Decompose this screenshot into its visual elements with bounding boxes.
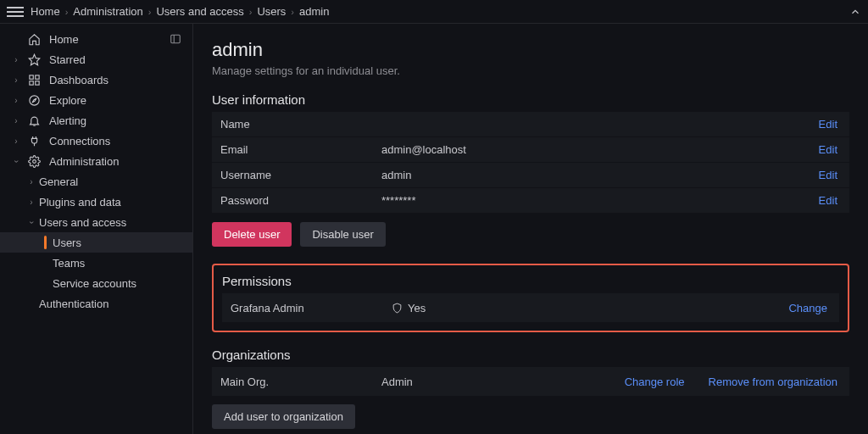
dock-icon[interactable] <box>167 31 184 47</box>
edit-name-link[interactable]: Edit <box>819 118 837 131</box>
compass-icon <box>25 92 42 108</box>
sidebar-item-teams[interactable]: Teams <box>0 253 192 273</box>
main-content: admin Manage settings for an individual … <box>193 24 868 434</box>
chevron-right-icon: › <box>8 75 24 85</box>
menu-toggle-icon[interactable] <box>7 3 24 20</box>
sidebar-item-administration[interactable]: › Administration <box>0 151 192 171</box>
organization-row: Main Org. Admin Change role Remove from … <box>212 367 849 396</box>
chevron-right-icon: › <box>8 136 24 146</box>
chevron-right-icon: › <box>8 55 24 64</box>
org-name: Main Org. <box>220 376 381 388</box>
gear-icon <box>25 153 42 170</box>
sidebar-item-label: Plugins and data <box>39 196 121 209</box>
sidebar-item-label: General <box>39 175 78 188</box>
field-label: Password <box>220 194 381 207</box>
change-role-link[interactable]: Change role <box>625 376 685 388</box>
add-user-to-org-button[interactable]: Add user to organization <box>212 404 355 429</box>
field-value: admin <box>381 169 819 181</box>
page-subtitle: Manage settings for an individual user. <box>212 64 849 77</box>
svg-marker-2 <box>29 54 40 65</box>
chevron-right-icon: › <box>24 177 39 186</box>
org-role: Admin <box>381 376 625 388</box>
user-info-row-username: Username admin Edit <box>212 163 849 188</box>
svg-point-7 <box>29 95 38 104</box>
sidebar-item-alerting[interactable]: › Alerting <box>0 110 192 131</box>
breadcrumb-current: admin <box>299 5 329 18</box>
sidebar-item-label: Administration <box>49 155 119 168</box>
chevron-right-icon: › <box>8 96 24 105</box>
sidebar: Home › Starred › Dashboards › Explore <box>0 24 193 434</box>
edit-email-link[interactable]: Edit <box>819 143 837 156</box>
breadcrumb: Home › Administration › Users and access… <box>31 5 849 18</box>
field-value: admin@localhost <box>381 143 819 156</box>
chevron-down-icon: › <box>27 214 36 230</box>
user-info-heading: User information <box>212 92 849 107</box>
disable-user-button[interactable]: Disable user <box>300 222 385 247</box>
plug-icon <box>25 132 42 149</box>
sidebar-item-plugins-and-data[interactable]: › Plugins and data <box>0 192 192 212</box>
chevron-right-icon: › <box>291 7 294 17</box>
remove-from-org-link[interactable]: Remove from organization <box>709 376 837 388</box>
permissions-heading: Permissions <box>222 274 839 288</box>
breadcrumb-users-and-access[interactable]: Users and access <box>156 5 243 18</box>
permission-label: Grafana Admin <box>231 302 392 314</box>
chevron-right-icon: › <box>249 7 253 17</box>
edit-username-link[interactable]: Edit <box>819 169 837 181</box>
sidebar-item-label: Users <box>53 236 81 249</box>
sidebar-item-authentication[interactable]: Authentication <box>0 293 192 314</box>
chevron-right-icon: › <box>24 198 39 207</box>
user-info-row-name: Name Edit <box>212 112 849 137</box>
svg-rect-4 <box>35 75 38 78</box>
chevron-right-icon: › <box>148 7 152 17</box>
change-permission-link[interactable]: Change <box>788 302 827 314</box>
field-label: Email <box>220 143 381 156</box>
breadcrumb-administration[interactable]: Administration <box>73 5 142 18</box>
sidebar-item-label: Users and access <box>39 216 126 229</box>
user-info-row-email: Email admin@localhost Edit <box>212 137 849 163</box>
breadcrumb-home[interactable]: Home <box>31 5 60 18</box>
page-title: admin <box>212 39 849 61</box>
organizations-heading: Organizations <box>212 348 849 362</box>
sidebar-item-label: Alerting <box>49 114 86 127</box>
field-label: Name <box>220 118 381 131</box>
sidebar-item-service-accounts[interactable]: Service accounts <box>0 273 192 293</box>
sidebar-item-users-and-access[interactable]: › Users and access <box>0 212 192 232</box>
sidebar-item-label: Service accounts <box>53 277 136 290</box>
permissions-highlight: Permissions Grafana Admin Yes Change <box>212 264 849 332</box>
sidebar-item-general[interactable]: › General <box>0 171 192 192</box>
bell-icon <box>25 112 42 129</box>
svg-rect-0 <box>171 35 181 42</box>
sidebar-item-users[interactable]: Users <box>0 232 192 253</box>
svg-rect-3 <box>29 75 32 78</box>
chevron-right-icon: › <box>65 7 69 17</box>
svg-rect-6 <box>35 81 38 84</box>
svg-rect-5 <box>29 81 32 84</box>
chevron-down-icon: › <box>12 153 21 169</box>
sidebar-item-label: Explore <box>49 94 86 107</box>
edit-password-link[interactable]: Edit <box>819 194 837 207</box>
field-value: ******** <box>381 194 819 207</box>
sidebar-item-starred[interactable]: › Starred <box>0 49 192 70</box>
chevron-right-icon: › <box>8 116 24 125</box>
breadcrumb-users[interactable]: Users <box>257 5 286 18</box>
user-info-table: Name Edit Email admin@localhost Edit Use… <box>212 112 849 214</box>
home-icon <box>25 31 42 47</box>
sidebar-item-label: Starred <box>49 53 86 66</box>
delete-user-button[interactable]: Delete user <box>212 222 292 247</box>
permission-row: Grafana Admin Yes Change <box>222 293 839 322</box>
svg-point-9 <box>32 159 36 163</box>
sidebar-item-label: Teams <box>53 257 85 270</box>
sidebar-item-label: Connections <box>49 135 110 147</box>
permission-value: Yes <box>408 302 426 314</box>
sidebar-item-label: Dashboards <box>49 74 108 86</box>
sidebar-item-dashboards[interactable]: › Dashboards <box>0 70 192 90</box>
collapse-icon[interactable] <box>849 6 861 18</box>
sidebar-item-connections[interactable]: › Connections <box>0 131 192 151</box>
field-label: Username <box>220 169 381 181</box>
star-icon <box>25 51 42 68</box>
top-bar: Home › Administration › Users and access… <box>0 0 868 24</box>
sidebar-item-home[interactable]: Home <box>0 29 192 49</box>
sidebar-item-label: Home <box>49 33 79 46</box>
sidebar-item-explore[interactable]: › Explore <box>0 90 192 110</box>
user-info-row-password: Password ******** Edit <box>212 188 849 214</box>
